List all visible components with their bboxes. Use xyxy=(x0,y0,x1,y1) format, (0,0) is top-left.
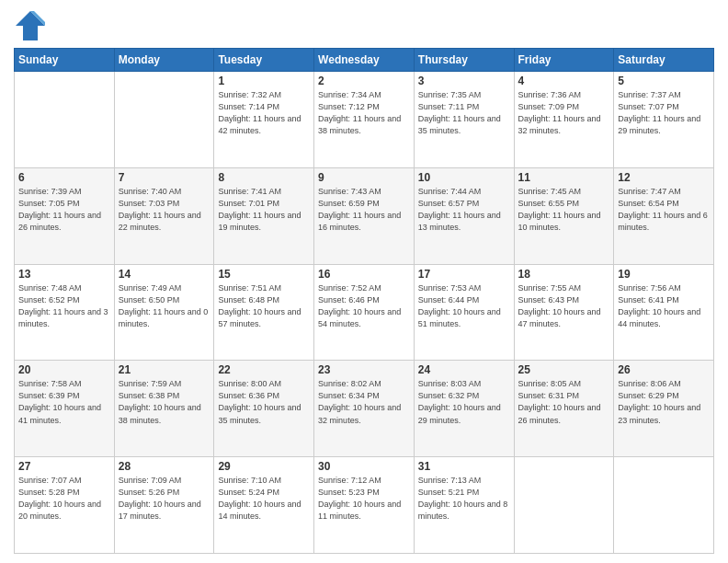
calendar-table: SundayMondayTuesdayWednesdayThursdayFrid… xyxy=(14,48,714,554)
day-cell: 13Sunrise: 7:48 AM Sunset: 6:52 PM Dayli… xyxy=(15,264,115,361)
day-number: 3 xyxy=(418,75,510,87)
header xyxy=(14,9,714,42)
svg-marker-0 xyxy=(16,11,45,40)
day-info: Sunrise: 7:58 AM Sunset: 6:39 PM Dayligh… xyxy=(18,378,110,426)
day-cell: 6Sunrise: 7:39 AM Sunset: 7:05 PM Daylig… xyxy=(15,167,115,264)
day-number: 17 xyxy=(418,268,510,281)
day-number: 1 xyxy=(218,75,310,87)
day-cell: 11Sunrise: 7:45 AM Sunset: 6:55 PM Dayli… xyxy=(514,167,614,264)
day-cell: 27Sunrise: 7:07 AM Sunset: 5:28 PM Dayli… xyxy=(15,457,115,554)
day-number: 23 xyxy=(318,363,410,376)
day-number: 27 xyxy=(18,460,110,473)
day-number: 6 xyxy=(18,171,110,184)
day-cell: 7Sunrise: 7:40 AM Sunset: 7:03 PM Daylig… xyxy=(114,167,214,264)
day-cell: 16Sunrise: 7:52 AM Sunset: 6:46 PM Dayli… xyxy=(314,264,415,361)
day-info: Sunrise: 7:37 AM Sunset: 7:07 PM Dayligh… xyxy=(618,89,710,137)
day-cell: 22Sunrise: 8:00 AM Sunset: 6:36 PM Dayli… xyxy=(214,361,314,457)
week-row-3: 13Sunrise: 7:48 AM Sunset: 6:52 PM Dayli… xyxy=(15,264,714,361)
day-number: 15 xyxy=(218,268,310,281)
weekday-header-sunday: Sunday xyxy=(15,49,115,72)
day-cell: 28Sunrise: 7:09 AM Sunset: 5:26 PM Dayli… xyxy=(114,457,214,554)
day-number: 7 xyxy=(119,171,210,184)
day-info: Sunrise: 7:47 AM Sunset: 6:54 PM Dayligh… xyxy=(618,186,710,234)
day-cell: 21Sunrise: 7:59 AM Sunset: 6:38 PM Dayli… xyxy=(114,361,214,457)
day-cell: 26Sunrise: 8:06 AM Sunset: 6:29 PM Dayli… xyxy=(614,361,714,457)
day-cell xyxy=(614,457,714,554)
day-number: 16 xyxy=(318,268,410,281)
day-info: Sunrise: 7:49 AM Sunset: 6:50 PM Dayligh… xyxy=(119,282,210,330)
day-info: Sunrise: 7:13 AM Sunset: 5:21 PM Dayligh… xyxy=(418,475,510,523)
day-number: 29 xyxy=(218,460,310,473)
day-number: 28 xyxy=(119,460,210,473)
day-cell xyxy=(514,457,614,554)
day-info: Sunrise: 7:48 AM Sunset: 6:52 PM Dayligh… xyxy=(18,282,110,330)
day-info: Sunrise: 7:40 AM Sunset: 7:03 PM Dayligh… xyxy=(119,186,210,234)
weekday-header-wednesday: Wednesday xyxy=(314,49,415,72)
day-number: 4 xyxy=(518,75,610,87)
day-number: 12 xyxy=(618,171,710,184)
week-row-1: 1Sunrise: 7:32 AM Sunset: 7:14 PM Daylig… xyxy=(15,72,714,168)
day-number: 19 xyxy=(618,268,710,281)
day-cell xyxy=(114,72,214,168)
day-info: Sunrise: 7:53 AM Sunset: 6:44 PM Dayligh… xyxy=(418,282,510,330)
day-number: 31 xyxy=(418,460,510,473)
day-cell: 3Sunrise: 7:35 AM Sunset: 7:11 PM Daylig… xyxy=(414,72,514,168)
day-info: Sunrise: 7:12 AM Sunset: 5:23 PM Dayligh… xyxy=(318,475,410,523)
day-cell: 17Sunrise: 7:53 AM Sunset: 6:44 PM Dayli… xyxy=(414,264,514,361)
day-info: Sunrise: 8:03 AM Sunset: 6:32 PM Dayligh… xyxy=(418,378,510,426)
day-cell: 29Sunrise: 7:10 AM Sunset: 5:24 PM Dayli… xyxy=(214,457,314,554)
day-info: Sunrise: 7:07 AM Sunset: 5:28 PM Dayligh… xyxy=(18,475,110,523)
day-info: Sunrise: 8:00 AM Sunset: 6:36 PM Dayligh… xyxy=(218,378,310,426)
day-cell: 1Sunrise: 7:32 AM Sunset: 7:14 PM Daylig… xyxy=(214,72,314,168)
day-info: Sunrise: 7:09 AM Sunset: 5:26 PM Dayligh… xyxy=(119,475,210,523)
day-cell: 14Sunrise: 7:49 AM Sunset: 6:50 PM Dayli… xyxy=(114,264,214,361)
day-info: Sunrise: 7:39 AM Sunset: 7:05 PM Dayligh… xyxy=(18,186,110,234)
weekday-header-saturday: Saturday xyxy=(614,49,714,72)
day-info: Sunrise: 7:43 AM Sunset: 6:59 PM Dayligh… xyxy=(318,186,410,234)
day-number: 24 xyxy=(418,363,510,376)
day-cell: 10Sunrise: 7:44 AM Sunset: 6:57 PM Dayli… xyxy=(414,167,514,264)
day-cell: 12Sunrise: 7:47 AM Sunset: 6:54 PM Dayli… xyxy=(614,167,714,264)
day-cell: 2Sunrise: 7:34 AM Sunset: 7:12 PM Daylig… xyxy=(314,72,415,168)
day-info: Sunrise: 7:59 AM Sunset: 6:38 PM Dayligh… xyxy=(119,378,210,426)
week-row-4: 20Sunrise: 7:58 AM Sunset: 6:39 PM Dayli… xyxy=(15,361,714,457)
day-info: Sunrise: 7:45 AM Sunset: 6:55 PM Dayligh… xyxy=(518,186,610,234)
day-info: Sunrise: 8:02 AM Sunset: 6:34 PM Dayligh… xyxy=(318,378,410,426)
day-info: Sunrise: 7:10 AM Sunset: 5:24 PM Dayligh… xyxy=(218,475,310,523)
weekday-header-thursday: Thursday xyxy=(414,49,514,72)
weekday-header-monday: Monday xyxy=(114,49,214,72)
day-number: 13 xyxy=(18,268,110,281)
day-cell: 8Sunrise: 7:41 AM Sunset: 7:01 PM Daylig… xyxy=(214,167,314,264)
logo xyxy=(14,9,47,42)
day-cell: 4Sunrise: 7:36 AM Sunset: 7:09 PM Daylig… xyxy=(514,72,614,168)
weekday-header-row: SundayMondayTuesdayWednesdayThursdayFrid… xyxy=(15,49,714,72)
day-cell: 5Sunrise: 7:37 AM Sunset: 7:07 PM Daylig… xyxy=(614,72,714,168)
day-cell: 9Sunrise: 7:43 AM Sunset: 6:59 PM Daylig… xyxy=(314,167,415,264)
day-cell: 24Sunrise: 8:03 AM Sunset: 6:32 PM Dayli… xyxy=(414,361,514,457)
day-cell: 31Sunrise: 7:13 AM Sunset: 5:21 PM Dayli… xyxy=(414,457,514,554)
day-number: 30 xyxy=(318,460,410,473)
day-cell: 23Sunrise: 8:02 AM Sunset: 6:34 PM Dayli… xyxy=(314,361,415,457)
day-info: Sunrise: 7:32 AM Sunset: 7:14 PM Dayligh… xyxy=(218,89,310,137)
day-info: Sunrise: 7:51 AM Sunset: 6:48 PM Dayligh… xyxy=(218,282,310,330)
day-number: 5 xyxy=(618,75,710,87)
day-info: Sunrise: 7:44 AM Sunset: 6:57 PM Dayligh… xyxy=(418,186,510,234)
day-cell xyxy=(15,72,115,168)
day-number: 9 xyxy=(318,171,410,184)
day-info: Sunrise: 7:35 AM Sunset: 7:11 PM Dayligh… xyxy=(418,89,510,137)
day-info: Sunrise: 7:41 AM Sunset: 7:01 PM Dayligh… xyxy=(218,186,310,234)
weekday-header-friday: Friday xyxy=(514,49,614,72)
day-number: 20 xyxy=(18,363,110,376)
day-number: 21 xyxy=(119,363,210,376)
week-row-2: 6Sunrise: 7:39 AM Sunset: 7:05 PM Daylig… xyxy=(15,167,714,264)
day-info: Sunrise: 7:55 AM Sunset: 6:43 PM Dayligh… xyxy=(518,282,610,330)
day-info: Sunrise: 8:05 AM Sunset: 6:31 PM Dayligh… xyxy=(518,378,610,426)
day-number: 11 xyxy=(518,171,610,184)
day-number: 25 xyxy=(518,363,610,376)
day-number: 26 xyxy=(618,363,710,376)
day-info: Sunrise: 7:56 AM Sunset: 6:41 PM Dayligh… xyxy=(618,282,710,330)
day-cell: 19Sunrise: 7:56 AM Sunset: 6:41 PM Dayli… xyxy=(614,264,714,361)
day-cell: 18Sunrise: 7:55 AM Sunset: 6:43 PM Dayli… xyxy=(514,264,614,361)
day-number: 8 xyxy=(218,171,310,184)
day-cell: 20Sunrise: 7:58 AM Sunset: 6:39 PM Dayli… xyxy=(15,361,115,457)
